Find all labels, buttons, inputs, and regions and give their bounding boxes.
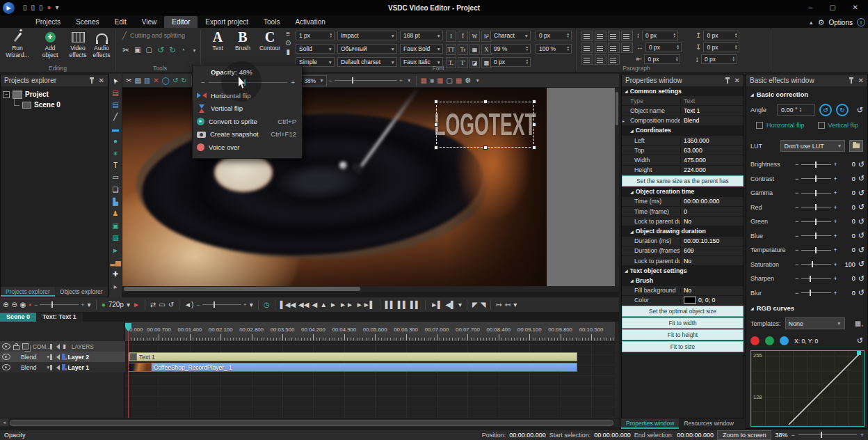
properties-section-text-object-settings[interactable]: ◢Text object settings: [622, 266, 744, 276]
slider-track[interactable]: [801, 207, 830, 207]
prev-frame-fast-icon[interactable]: ◀◀: [298, 301, 309, 308]
close-icon[interactable]: ✕: [99, 77, 104, 84]
reset-icon[interactable]: ↺: [858, 274, 865, 283]
slider-track[interactable]: [801, 264, 830, 265]
flow-c-icon[interactable]: [608, 54, 620, 65]
slider-brightness[interactable]: Brightness−+0↺: [746, 157, 867, 172]
collapse-ribbon-icon[interactable]: ▲: [809, 20, 814, 25]
spinner-arrows-icon[interactable]: ▲▼: [675, 56, 678, 63]
slider-track[interactable]: [801, 235, 830, 236]
menu-item[interactable]: Projects: [28, 16, 68, 28]
font-style-select[interactable]: Обычный▼: [337, 44, 397, 54]
templates-select[interactable]: None▼: [785, 317, 845, 329]
timeline-slider[interactable]: −+: [196, 301, 247, 308]
slider-track[interactable]: [801, 250, 830, 251]
plus-icon[interactable]: +: [834, 204, 837, 211]
to-marker-next-icon[interactable]: ►▌: [431, 301, 442, 308]
selection-handle[interactable]: [532, 123, 536, 127]
caret-down-icon[interactable]: ▾: [88, 301, 91, 308]
shift-right-icon[interactable]: ↦: [496, 301, 501, 308]
maximize-icon[interactable]: ▢: [829, 4, 835, 11]
caret-down-icon[interactable]: ▼: [475, 78, 479, 83]
slider-thumb[interactable]: [815, 190, 817, 196]
go-start-icon[interactable]: ▌◀◀: [280, 301, 296, 308]
pin-icon[interactable]: [851, 78, 852, 84]
caret-down-icon[interactable]: ▾: [513, 301, 517, 308]
align-left-icon[interactable]: [581, 31, 593, 41]
property-value[interactable]: Text: [680, 97, 744, 104]
cut-icon[interactable]: ✂: [126, 77, 131, 84]
h-scale-spinner[interactable]: 99 %▲▼: [490, 44, 531, 54]
minus-icon[interactable]: −: [795, 204, 798, 211]
property-value[interactable]: 1350.000: [680, 137, 744, 144]
audio-icon[interactable]: [56, 344, 60, 349]
properties-section-object-creation-time[interactable]: ◢Object creation time: [622, 187, 744, 197]
minus-icon[interactable]: −: [795, 189, 798, 196]
layer-row-1[interactable]: Blend ▼ Layer 1: [0, 362, 125, 372]
properties-section-common-settings[interactable]: ◢Common settings: [622, 86, 744, 96]
clip-text-1[interactable]: Text 1: [128, 352, 577, 361]
property-row-composition-mode[interactable]: ▸Composition modeBlend: [622, 116, 744, 126]
paragraph-spinner[interactable]: 0 px▲▼: [644, 54, 680, 64]
timeline-vertical-scrollbar[interactable]: [615, 322, 619, 418]
pin-icon[interactable]: [91, 78, 93, 84]
property-row-top[interactable]: Top63.000: [622, 146, 744, 155]
tl-zoom-sel-icon[interactable]: ◉: [20, 301, 26, 308]
context-menu-item-voice-over[interactable]: Voice over: [193, 141, 302, 154]
clip-video-1[interactable]: CoffeeShop_RecordPlayer_ 1: [128, 363, 577, 372]
minus-icon[interactable]: −: [795, 175, 798, 182]
valign-middle-icon[interactable]: [595, 42, 606, 53]
plus-icon[interactable]: +: [860, 432, 864, 439]
pin-icon[interactable]: [727, 78, 728, 84]
tab-scene[interactable]: Scene 0: [0, 313, 36, 322]
chart-tool-icon[interactable]: ▙: [110, 196, 121, 207]
selection-handle[interactable]: [434, 100, 438, 104]
crop-icon[interactable]: ▢: [146, 47, 152, 54]
tab-objects-explorer[interactable]: Objects explorer: [55, 287, 108, 297]
refresh-icon[interactable]: ↺: [168, 301, 174, 308]
tl-zoom-out-icon[interactable]: ⊖: [11, 301, 17, 308]
reset-icon[interactable]: ↺: [858, 288, 865, 297]
slider-thumb[interactable]: [810, 276, 811, 282]
play-icon[interactable]: ►: [330, 301, 337, 308]
slider-thumb[interactable]: [815, 247, 817, 253]
property-value[interactable]: No: [680, 218, 744, 225]
reset-curve-icon[interactable]: ↺: [857, 336, 863, 345]
frame-icon[interactable]: ▢: [447, 77, 453, 84]
property-row-type[interactable]: TypeText: [622, 96, 744, 106]
audio-vis-tool-icon[interactable]: ▂▅: [110, 257, 121, 268]
caret-down-icon[interactable]: ▾: [56, 4, 59, 11]
reset-icon[interactable]: ↺: [858, 260, 865, 269]
properties-section-brush[interactable]: ◢Brush: [622, 276, 744, 285]
menu-item[interactable]: Tools: [256, 16, 287, 28]
faux-bold-select[interactable]: Faux Bold▼: [400, 44, 443, 54]
text-object-selection[interactable]: LOGOTEXT: [436, 102, 534, 148]
basic-correction-section[interactable]: ◢ Basic correction: [746, 86, 867, 100]
property-value[interactable]: Text 1: [680, 107, 744, 114]
minus-icon[interactable]: −: [795, 161, 798, 168]
add-object-button[interactable]: + Add object: [36, 30, 64, 59]
property-value[interactable]: No: [680, 287, 744, 294]
reset-icon[interactable]: ↺: [858, 160, 865, 169]
text-tool-icon[interactable]: T: [110, 160, 121, 171]
property-row-lock-to-parent-du[interactable]: Lock to parent duNo: [622, 256, 744, 266]
open-project-icon[interactable]: ▯: [31, 4, 35, 11]
caret-down-icon[interactable]: ▼: [407, 78, 411, 83]
property-row-duration-frames[interactable]: Duration (frames)609: [622, 246, 744, 256]
menu-item[interactable]: Scenes: [68, 16, 106, 28]
font-family-select[interactable]: Impact▼: [337, 31, 397, 40]
tree-node-scene[interactable]: Scene 0: [12, 100, 106, 110]
delete-icon[interactable]: ✕: [153, 77, 159, 84]
plus-icon[interactable]: +: [834, 161, 837, 168]
tab-text-object[interactable]: Text: Text 1: [36, 313, 83, 322]
slider-thumb[interactable]: [815, 162, 817, 168]
properties-section-coordinates[interactable]: ◢Coordinates: [622, 126, 744, 136]
context-menu-item-convert-to-sprite[interactable]: ►Convert to spriteCtrl+P: [193, 115, 302, 128]
spinner-arrows-icon[interactable]: ▲▼: [734, 33, 737, 39]
bullet-icon[interactable]: ⊙: [285, 40, 291, 47]
spacing-spinner[interactable]: 0 px▲▼: [490, 57, 531, 67]
plus-icon[interactable]: +: [834, 290, 837, 297]
audio-effects-button[interactable]: Audio effects: [88, 30, 115, 59]
slider-track[interactable]: [801, 178, 830, 179]
color-swatch-icon[interactable]: [684, 297, 696, 304]
